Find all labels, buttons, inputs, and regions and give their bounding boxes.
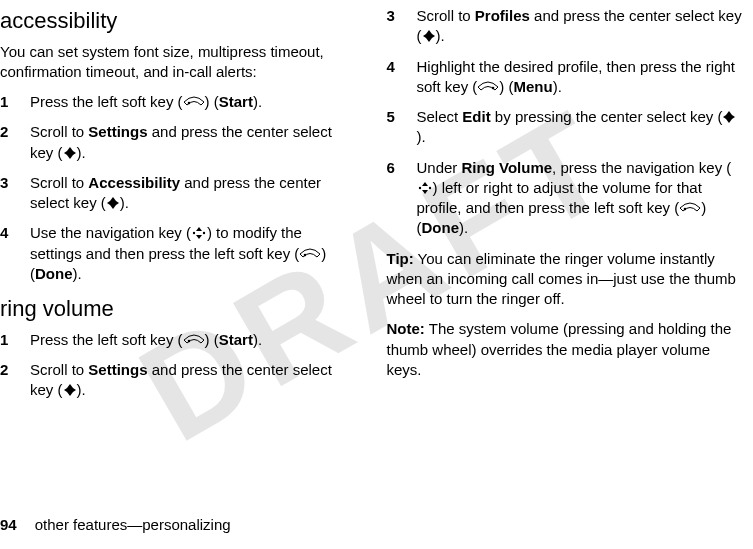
svg-point-7 — [428, 187, 430, 189]
start-label: Start — [219, 93, 253, 110]
text: ). — [73, 265, 82, 282]
edit-label: Edit — [462, 108, 490, 125]
text: Highlight the desired profile, then pres… — [417, 58, 736, 95]
step-number: 1 — [0, 330, 30, 350]
ring-volume-step-5: 5 Select Edit by pressing the center sel… — [387, 107, 744, 148]
ring-volume-step-3: 3 Scroll to Profiles and press the cente… — [387, 6, 744, 47]
navigation-key-icon — [417, 181, 433, 195]
step-number: 3 — [387, 6, 417, 47]
left-soft-key-icon — [183, 333, 205, 347]
accessibility-intro: You can set system font size, multipress… — [0, 42, 357, 83]
step-number: 1 — [0, 92, 30, 112]
text: by pressing the center select key ( — [491, 108, 723, 125]
ring-volume-step-2: 2 Scroll to Settings and press the cente… — [0, 360, 357, 401]
svg-point-5 — [492, 86, 495, 89]
step-number: 4 — [0, 223, 30, 284]
accessibility-step-3: 3 Scroll to Accessibility and press the … — [0, 173, 357, 214]
text: Under — [417, 159, 462, 176]
step-body: Scroll to Profiles and press the center … — [417, 6, 744, 47]
step-body: Scroll to Settings and press the center … — [30, 360, 357, 401]
tip-label: Tip: — [387, 250, 414, 267]
ring-volume-label: Ring Volume — [462, 159, 553, 176]
navigation-key-icon — [191, 226, 207, 240]
note-paragraph: Note: The system volume (pressing and ho… — [387, 319, 744, 380]
step-number: 5 — [387, 107, 417, 148]
text: Press the left soft key ( — [30, 93, 183, 110]
center-select-key-icon — [722, 110, 736, 124]
text: Press the left soft key ( — [30, 331, 183, 348]
step-body: Press the left soft key () (Start). — [30, 330, 357, 350]
center-select-key-icon — [422, 29, 436, 43]
text: ). — [459, 219, 468, 236]
text: ). — [253, 331, 262, 348]
right-soft-key-icon — [477, 80, 499, 94]
text: ). — [553, 78, 562, 95]
left-soft-key-icon — [299, 247, 321, 261]
center-select-key-icon — [63, 383, 77, 397]
text: ). — [253, 93, 262, 110]
svg-point-8 — [684, 208, 687, 211]
accessibility-label: Accessibility — [88, 174, 180, 191]
left-soft-key-icon — [183, 95, 205, 109]
page-footer: 94other features—personalizing — [0, 515, 231, 535]
text: ) ( — [205, 331, 219, 348]
accessibility-step-1: 1 Press the left soft key () (Start). — [0, 92, 357, 112]
ring-volume-step-1: 1 Press the left soft key () (Start). — [0, 330, 357, 350]
text: ). — [120, 194, 129, 211]
done-label: Done — [422, 219, 460, 236]
footer-section: other features—personalizing — [35, 516, 231, 533]
step-number: 6 — [387, 158, 417, 239]
ring-volume-heading: ring volume — [0, 294, 357, 324]
svg-point-2 — [203, 232, 205, 234]
step-body: Use the navigation key () to modify the … — [30, 223, 357, 284]
left-soft-key-icon — [679, 201, 701, 215]
note-text: The system volume (pressing and holding … — [387, 320, 732, 378]
page-content: accessibility You can set system font si… — [0, 0, 753, 411]
step-number: 2 — [0, 360, 30, 401]
text: ). — [77, 144, 86, 161]
svg-point-1 — [193, 232, 195, 234]
text: ). — [436, 27, 445, 44]
svg-point-6 — [418, 187, 420, 189]
text: ) ( — [205, 93, 219, 110]
text: ). — [77, 381, 86, 398]
settings-label: Settings — [88, 123, 147, 140]
left-column: accessibility You can set system font si… — [0, 6, 357, 411]
settings-label: Settings — [88, 361, 147, 378]
step-body: Press the left soft key () (Start). — [30, 92, 357, 112]
right-column: 3 Scroll to Profiles and press the cente… — [387, 6, 744, 411]
step-number: 3 — [0, 173, 30, 214]
tip-text: You can eliminate the ringer volume inst… — [387, 250, 736, 308]
text: , press the navigation key ( — [552, 159, 731, 176]
center-select-key-icon — [63, 146, 77, 160]
step-body: Select Edit by pressing the center selec… — [417, 107, 744, 148]
step-number: 4 — [387, 57, 417, 98]
menu-label: Menu — [514, 78, 553, 95]
done-label: Done — [35, 265, 73, 282]
start-label: Start — [219, 331, 253, 348]
accessibility-step-2: 2 Scroll to Settings and press the cente… — [0, 122, 357, 163]
page-number: 94 — [0, 516, 17, 533]
text: ). — [417, 128, 426, 145]
tip-paragraph: Tip: You can eliminate the ringer volume… — [387, 249, 744, 310]
accessibility-step-4: 4 Use the navigation key () to modify th… — [0, 223, 357, 284]
svg-point-3 — [304, 253, 307, 256]
step-body: Scroll to Settings and press the center … — [30, 122, 357, 163]
accessibility-heading: accessibility — [0, 6, 357, 36]
step-body: Highlight the desired profile, then pres… — [417, 57, 744, 98]
ring-volume-step-6: 6 Under Ring Volume, press the navigatio… — [387, 158, 744, 239]
profiles-label: Profiles — [475, 7, 530, 24]
svg-point-0 — [187, 102, 190, 105]
center-select-key-icon — [106, 196, 120, 210]
text: Scroll to — [30, 361, 88, 378]
svg-point-4 — [187, 340, 190, 343]
ring-volume-step-4: 4 Highlight the desired profile, then pr… — [387, 57, 744, 98]
text: Scroll to — [417, 7, 475, 24]
step-body: Under Ring Volume, press the navigation … — [417, 158, 744, 239]
step-number: 2 — [0, 122, 30, 163]
text: Use the navigation key ( — [30, 224, 191, 241]
text: Scroll to — [30, 123, 88, 140]
text: ) left or right to adjust the volume for… — [417, 179, 702, 216]
text: Select — [417, 108, 463, 125]
text: ) ( — [499, 78, 513, 95]
